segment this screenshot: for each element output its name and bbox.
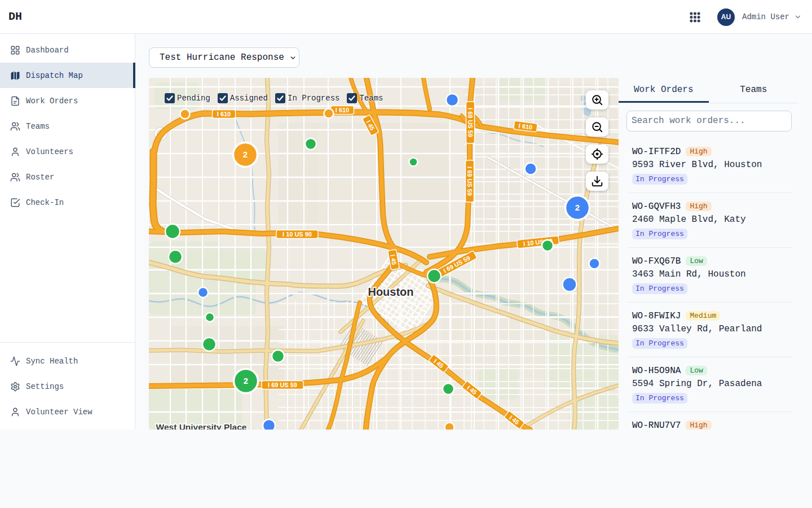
- svg-text:West University Place: West University Place: [156, 422, 247, 430]
- svg-text:2: 2: [243, 150, 248, 159]
- svg-text:I 69 US 59: I 69 US 59: [466, 167, 473, 196]
- svg-text:I 610: I 610: [336, 107, 349, 113]
- svg-text:I 10 US 90: I 10 US 90: [283, 231, 312, 238]
- svg-text:Houston: Houston: [368, 286, 413, 298]
- svg-text:2: 2: [575, 203, 580, 212]
- svg-text:I 610: I 610: [217, 111, 231, 117]
- svg-text:2: 2: [244, 376, 248, 386]
- svg-text:I 69 US 59: I 69 US 59: [467, 108, 474, 137]
- svg-text:I 69 US 59: I 69 US 59: [268, 382, 297, 388]
